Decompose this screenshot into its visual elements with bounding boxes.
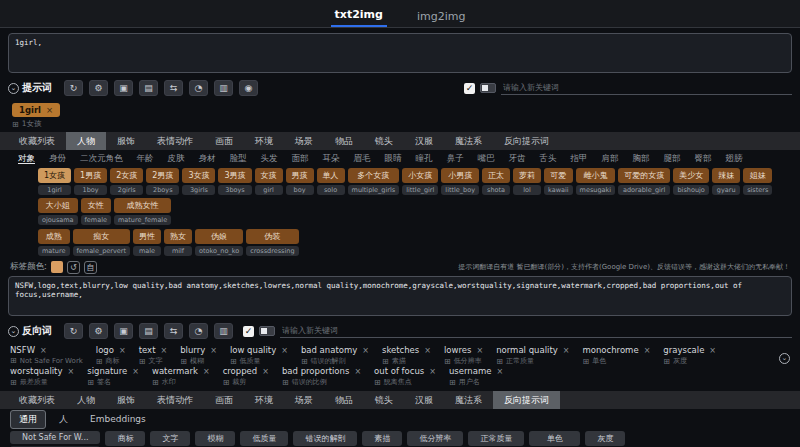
tag-chip[interactable]: 男性 male [133,229,161,256]
tag-chip[interactable]: 3女孩 3girls [182,168,215,195]
subcategory-item[interactable]: 嘴巴 [478,153,495,164]
remove-tag-icon[interactable]: × [429,367,436,376]
tag-chip[interactable]: 女性 female [81,198,111,225]
negative-grid-chip[interactable]: 文字 text [150,431,190,447]
tab-txt2img[interactable]: txt2img [331,2,387,27]
category-tab[interactable]: 环境 [244,391,284,409]
notebook-icon[interactable]: ▤ [139,80,158,96]
subcategory-item[interactable]: 指甲 [571,153,588,164]
subcategory-item[interactable]: 面部 [292,153,309,164]
negative-grid-chip[interactable]: 素描 sketches [362,431,402,447]
color-reset-icon[interactable]: ↺ [67,261,80,274]
category-tab[interactable]: 镜头 [364,391,404,409]
negative-tag-chip[interactable]: bad anatomy × ⊞ 错误的解剖 [301,345,369,366]
category-tab[interactable]: 收藏列表 [8,132,66,150]
chevron-down-icon[interactable]: ⌄ [8,326,19,337]
tag-chip[interactable]: 成熟女性 mature_female [114,198,171,225]
category-tab[interactable]: 物品 [324,132,364,150]
category-tab[interactable]: 汉服 [404,132,444,150]
subcategory-item[interactable]: 二次元角色 [80,153,123,164]
negative-tag-chip[interactable]: bad proportions × ⊞ 错误的比例 [282,366,361,387]
negative-tag-chip[interactable]: cropped × ⊞ 裁剪 [223,366,269,387]
subcategory-item[interactable]: 皮肤 [168,153,185,164]
negative-tag-chip[interactable]: blurry × ⊞ 模糊 [180,345,217,366]
category-tab[interactable]: 人物 [66,132,106,150]
negative-grid-chip[interactable]: 商标 logo [105,431,145,447]
negative-tag-chip[interactable]: lowres × ⊞ 低分辨率 [444,345,483,366]
remove-tag-icon[interactable]: × [262,367,269,376]
tag-chip[interactable]: 伪娘 otoko_no_ko [195,229,243,256]
negative-grid-chip[interactable]: Not Safe For W... NSFW [10,431,100,447]
tag-chip[interactable]: 3男孩 3boys [218,168,251,195]
remove-tag-icon[interactable]: × [160,346,167,355]
prompt-textarea[interactable]: 1girl, [8,33,792,73]
category-tab[interactable]: 反向提示词 [493,132,560,150]
swap-icon[interactable]: ⇆ [164,80,183,96]
negative-grid-chip[interactable]: 正常质量 normal quality [468,431,524,447]
tag-chip[interactable]: 多个女孩 multiple_girls [348,168,400,195]
new-keyword-input[interactable] [280,324,792,338]
subcategory-item[interactable]: 舌头 [540,153,557,164]
category-tab[interactable]: 人物 [66,391,106,409]
tag-chip[interactable]: 痴女 female_pervert [73,229,131,256]
remove-tag-icon[interactable]: × [354,367,361,376]
tag-chip[interactable]: 可爱 kawaii [544,168,573,195]
remove-tag-icon[interactable]: × [496,367,503,376]
negative-grid-chip[interactable]: 灰度 grayscale [585,431,625,447]
subcategory-item[interactable]: 脸型 [230,153,247,164]
new-keyword-toggle[interactable] [259,326,275,336]
negative-tag-chip[interactable]: grayscale × ⊞ 灰度 [663,345,716,366]
color-custom-icon[interactable]: 自 [84,261,97,274]
new-keyword-toggle[interactable] [480,83,496,93]
subcategory-item[interactable]: 耳朵 [323,153,340,164]
tag-chip[interactable]: 雌小鬼 mesugaki [576,168,616,195]
remove-tag-icon[interactable]: × [563,346,570,355]
tag-chip[interactable]: 伪装 crossdressing [246,229,298,256]
negative-subtab[interactable]: 人 [50,410,77,429]
swap-icon[interactable]: ⇆ [164,323,183,339]
negative-tag-chip[interactable]: monochrome × ⊞ 单色 [582,345,650,366]
tag-chip[interactable]: 姐妹 sisters [743,168,772,195]
negative-tag-chip[interactable]: sketches × ⊞ 素描 [382,345,431,366]
settings-icon[interactable]: ⚙ [89,80,108,96]
subcategory-item[interactable]: 身材 [199,153,216,164]
negative-subtab[interactable]: Embeddings [81,411,155,427]
negative-grid-chip[interactable]: 模糊 blurry [195,431,235,447]
tag-chip[interactable]: 2男孩 2boys [146,168,179,195]
new-keyword-checkbox[interactable]: ✓ [243,326,254,337]
subcategory-item[interactable]: 腿部 [664,153,681,164]
category-tab[interactable]: 服饰 [106,391,146,409]
collapse-icon[interactable]: ⌄ [779,353,790,364]
negative-tag-chip[interactable]: logo × ⊞ 商标 [96,345,126,366]
tag-chip[interactable]: 1男孩 1boy [74,168,107,195]
subcategory-item[interactable]: 年龄 [137,153,154,164]
category-tab[interactable]: 收藏列表 [8,391,66,409]
category-tab[interactable]: 汉服 [404,391,444,409]
category-tab[interactable]: 魔法系 [444,132,493,150]
remove-tag-icon[interactable]: × [203,367,210,376]
negative-tag-chip[interactable]: low quality × ⊞ 低质量 [230,345,288,366]
announce-icon[interactable]: ◉ [239,80,258,96]
tag-chip[interactable]: 美少女 bishoujo [673,168,709,195]
tab-img2img[interactable]: img2img [413,4,470,27]
prompt-tag-1girl[interactable]: 1girl × [12,103,60,117]
negative-tag-chip[interactable]: out of focus × ⊞ 脱离焦点 [374,366,436,387]
remove-tag-icon[interactable]: × [644,346,651,355]
negative-prompt-textarea[interactable]: NSFW,logo,text,blurry,low quality,bad an… [8,276,792,316]
negative-grid-chip[interactable]: 错误的解剖 bad anatomy [293,431,357,447]
subcategory-item[interactable]: 眉毛 [354,153,371,164]
remove-tag-icon[interactable]: × [40,346,47,355]
tag-chip[interactable]: 单人 solo [317,168,345,195]
negative-tag-chip[interactable]: username × ⊞ 用户名 [449,366,503,387]
save-icon[interactable]: ▣ [114,80,133,96]
category-tab[interactable]: 画面 [204,132,244,150]
negative-tag-chip[interactable]: text × ⊞ 文字 [139,345,167,366]
remove-tag-icon[interactable]: × [46,105,53,115]
negative-subtab[interactable]: 通用 [10,410,46,429]
remove-tag-icon[interactable]: × [362,346,369,355]
negative-tag-chip[interactable]: NSFW × ⊞ Not Safe For Work [10,345,83,366]
subcategory-item[interactable]: 瞳孔 [416,153,433,164]
remove-tag-icon[interactable]: × [476,346,483,355]
translate-icon[interactable]: ↻ [64,323,83,339]
new-keyword-checkbox[interactable]: ✓ [464,83,475,94]
